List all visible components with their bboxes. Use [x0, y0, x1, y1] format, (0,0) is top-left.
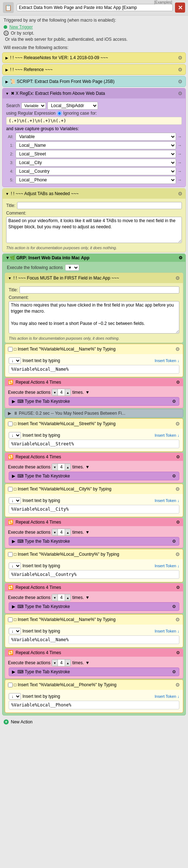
var4-select[interactable]: Local__Country [16, 167, 176, 175]
gear-icon[interactable]: ⚙ [176, 585, 180, 590]
insert-name2-header[interactable]: □ Insert Text "%Variable%Local__Name%" b… [5, 614, 183, 625]
var2-select[interactable]: Local__Street [16, 150, 176, 158]
grp-header[interactable]: ▼ 🌿 GRP: Insert Web Data into Mac App ⚙ [3, 254, 185, 262]
release-notes-header[interactable]: ▶ ! ! ~~~ ReleaseNotes for VER: 1.4 2018… [3, 53, 185, 63]
repeat-block-1: 🔁 Repeat Actions 4 Times ⚙ Execute these… [5, 378, 183, 408]
gear-icon[interactable]: ⚙ [175, 421, 180, 427]
script-block: ▶ 📜 SCRIPT: Extract Data From Front Web … [2, 76, 186, 87]
insert-city-header[interactable]: □ Insert Text "%Variable%Local__City%" b… [5, 484, 183, 494]
stepper-down[interactable]: ▾ [52, 464, 58, 470]
gear-icon[interactable]: ⚙ [176, 454, 180, 459]
gear-icon[interactable]: ⚙ [178, 79, 183, 84]
repeat-header-2[interactable]: 🔁 Repeat Actions 4 Times ⚙ [5, 453, 183, 461]
close-button[interactable]: ✕ [175, 3, 185, 13]
script-header[interactable]: ▶ 📜 SCRIPT: Extract Data From Front Web … [3, 76, 185, 87]
gear-icon[interactable]: ⚙ [178, 91, 183, 96]
gear-icon[interactable]: ⚙ [172, 539, 176, 544]
save-capture-label: and save capture groups to Variables: [6, 126, 182, 131]
new-action-row[interactable]: + New Action [0, 717, 188, 727]
stepper-up[interactable]: ▴ [65, 594, 70, 601]
insert-name-check[interactable] [8, 347, 13, 352]
insert-name-header[interactable]: □ Insert Text "%Variable%Local__Name%" b… [5, 344, 183, 354]
insert-method-select-6[interactable]: ↓ [9, 693, 21, 700]
repeat-header-3[interactable]: 🔁 Repeat Actions 4 Times ⚙ [5, 518, 183, 526]
insert-method-select-4[interactable]: ↓ [9, 563, 21, 569]
new-trigger-label[interactable]: New Trigger [9, 25, 33, 30]
gear-icon[interactable]: ⚙ [175, 346, 180, 352]
ignoring-case-check[interactable]: Ignoring case [57, 111, 89, 116]
gear-icon[interactable]: ⚙ [175, 617, 180, 622]
insert-phone-label: Insert Text "%Variable%Local__Phone%" by… [18, 682, 116, 687]
insert-city-check[interactable] [8, 487, 13, 492]
stepper-up[interactable]: ▴ [65, 660, 70, 666]
repeat-body-4: Execute these actions ▾ 4 ▴ times. ▼ ▶ ⌨… [5, 591, 183, 613]
repeat-header-4[interactable]: 🔁 Repeat Actions 4 Times ⚙ [5, 583, 183, 591]
insert-method-select[interactable]: ↓ [9, 357, 21, 364]
gear-icon[interactable]: ⚙ [176, 650, 180, 655]
insert-street-header[interactable]: □ Insert Text "%Variable%Local__Street%"… [5, 419, 183, 429]
gear-icon[interactable]: ⚙ [172, 604, 176, 609]
focus-header[interactable]: ▼ ! ! ~~~ Focus MUST Be in FIRST Field i… [5, 273, 183, 283]
stepper-up[interactable]: ▴ [65, 389, 70, 396]
gear-icon[interactable]: ⚙ [175, 682, 180, 688]
gear-icon[interactable]: ⚙ [176, 520, 180, 525]
focus-title-input[interactable] [20, 286, 179, 294]
gear-icon[interactable]: ⚙ [175, 486, 180, 492]
gear-icon[interactable]: ⚙ [172, 473, 176, 479]
regex-body: Search Variable Local__ShipAddr using Re… [3, 98, 185, 187]
comment-textarea[interactable]: Based on your video/form, it looks like … [6, 217, 182, 243]
gear-icon[interactable]: ⚙ [175, 551, 180, 557]
stepper-up[interactable]: ▴ [65, 529, 70, 536]
gear-icon[interactable]: ⚙ [178, 67, 183, 72]
insert-token-link-6[interactable]: Insert Token ↓ [155, 694, 179, 699]
count-stepper-5[interactable]: ▾ 4 ▴ [52, 659, 71, 666]
macro-title-input[interactable] [17, 4, 173, 11]
insert-street-check[interactable] [8, 422, 13, 426]
repeat-header-1[interactable]: 🔁 Repeat Actions 4 Times ⚙ [5, 378, 183, 386]
gear-icon[interactable]: ⚙ [172, 399, 176, 404]
count-stepper-3[interactable]: ▾ 4 ▴ [52, 529, 71, 536]
insert-token-link-2[interactable]: Insert Token ↓ [155, 433, 179, 437]
var5-select[interactable]: Local__Phone [16, 176, 176, 184]
count-stepper-2[interactable]: ▾ 4 ▴ [52, 463, 71, 471]
insert-method-select-3[interactable]: ↓ [9, 497, 21, 504]
insert-token-link[interactable]: Insert Token ↓ [155, 358, 179, 363]
insert-method-select-5[interactable]: ↓ [9, 628, 21, 634]
count-stepper-4[interactable]: ▾ 4 ▴ [52, 594, 71, 601]
insert-token-link-4[interactable]: Insert Token ↓ [155, 564, 179, 568]
gear-icon[interactable]: ⚙ [176, 380, 180, 385]
insert-country-header[interactable]: □ Insert Text "%Variable%Local__Country%… [5, 549, 183, 559]
execute-select[interactable]: ▼ [65, 264, 79, 271]
insert-phone-header[interactable]: □ Insert Text "%Variable%Local__Phone%" … [5, 680, 183, 690]
stepper-down[interactable]: ▾ [52, 389, 58, 396]
gear-icon[interactable]: ⚙ [178, 191, 183, 197]
gear-icon[interactable]: ⚙ [172, 669, 176, 674]
search-type-select[interactable]: Variable [21, 102, 46, 109]
var1-select[interactable]: Local__Name [16, 141, 176, 149]
gear-icon[interactable]: ⚙ [175, 275, 180, 281]
adjust-tabs-header[interactable]: ▼ ! ! ~~~ Adjust TABs as Needed ~~~ ⚙ [3, 189, 185, 199]
count-stepper-1[interactable]: ▾ 4 ▴ [52, 389, 71, 396]
regex-header[interactable]: ▼ ✖ X RegEx: Extract Fields from Above W… [3, 88, 185, 98]
var3-select[interactable]: Local__City [16, 159, 176, 167]
gear-icon[interactable]: ⚙ [178, 55, 183, 61]
gear-icon[interactable]: ⚙ [179, 255, 183, 260]
focus-comment-textarea[interactable] [9, 301, 179, 334]
insert-method-select-2[interactable]: ↓ [9, 432, 21, 439]
repeat-header-5[interactable]: 🔁 Repeat Actions 4 Times ⚙ [5, 649, 183, 657]
all-variable-select[interactable]: Variable [16, 133, 176, 141]
stepper-down[interactable]: ▾ [52, 660, 58, 666]
stepper-up[interactable]: ▴ [65, 464, 70, 470]
reference-block: ▶ ! ! ~~~ Reference ~~~ ⚙ [2, 64, 186, 75]
for-label: for: [91, 111, 97, 116]
insert-phone-check[interactable] [8, 683, 13, 687]
insert-country-check[interactable] [8, 552, 13, 557]
insert-token-link-3[interactable]: Insert Token ↓ [155, 498, 179, 503]
stepper-down[interactable]: ▾ [52, 594, 58, 601]
insert-token-link-5[interactable]: Insert Token ↓ [155, 629, 179, 633]
stepper-down[interactable]: ▾ [52, 529, 58, 536]
title-input[interactable] [17, 202, 182, 209]
variable-select[interactable]: Local__ShipAddr [47, 102, 98, 110]
reference-header[interactable]: ▶ ! ! ~~~ Reference ~~~ ⚙ [3, 65, 185, 75]
insert-name2-check[interactable] [8, 617, 13, 622]
